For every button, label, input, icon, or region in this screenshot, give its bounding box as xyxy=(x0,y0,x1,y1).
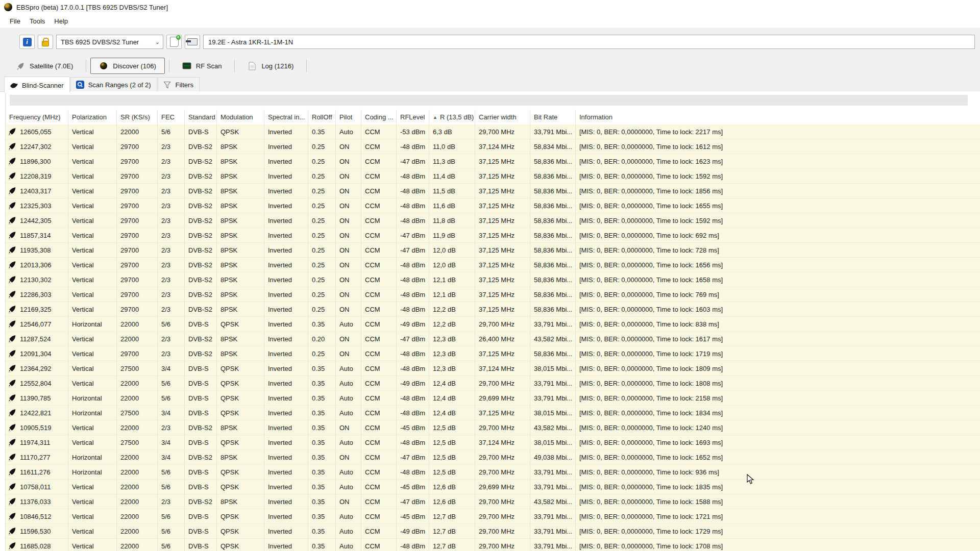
table-row[interactable]: 12130,302Vertical297002/3DVB-S28PSKInver… xyxy=(6,272,980,287)
column-header-coding[interactable]: Coding ... xyxy=(361,110,397,124)
cell-value: 8PSK xyxy=(220,498,237,506)
table-row[interactable]: 11596,530Vertical220005/6DVB-SQPSKInvert… xyxy=(6,524,980,539)
cell-value: 12,5 dB xyxy=(433,439,456,446)
cell-standard: DVB-S2 xyxy=(185,272,217,287)
cell-value: [MIS: 0, BER: 0,0000000, Time to lock: 1… xyxy=(579,335,723,343)
table-row[interactable]: 11857,314Vertical297002/3DVB-S28PSKInver… xyxy=(6,228,980,243)
column-header-r-13-5-db[interactable]: ▲R (13,5 dB) xyxy=(429,110,475,124)
column-header-modulation[interactable]: Modulation xyxy=(217,110,264,124)
tab-log-1216[interactable]: Log (1216) xyxy=(239,58,302,74)
tab-satellite-7-0e[interactable]: Satellite (7.0E) xyxy=(7,58,82,74)
cell-sr-ks-s: 29700 xyxy=(117,198,158,213)
column-header-spectral-in[interactable]: Spectral in... xyxy=(264,110,308,124)
info-button[interactable]: i xyxy=(19,35,35,49)
subtab-scan-ranges-2-of-2[interactable]: Scan Ranges (2 of 2) xyxy=(70,77,157,92)
cell-value: 0.25 xyxy=(312,291,325,298)
column-header-information[interactable]: Information xyxy=(576,110,980,124)
column-header-polarization[interactable]: Polarization xyxy=(68,110,117,124)
table-row[interactable]: 11611,276Horizontal220005/6DVB-SQPSKInve… xyxy=(6,465,980,480)
table-row[interactable]: 11170,277Horizontal220003/4DVB-S28PSKInv… xyxy=(6,450,980,465)
cell-fec: 2/3 xyxy=(158,243,185,257)
cell-value: Inverted xyxy=(268,483,292,491)
cell-pilot: ON xyxy=(336,302,361,316)
table-row[interactable]: 12247,302Vertical297002/3DVB-S28PSKInver… xyxy=(6,139,980,154)
table-row[interactable]: 11935,308Vertical297002/3DVB-S28PSKInver… xyxy=(6,243,980,258)
table-row[interactable]: 12325,303Vertical297002/3DVB-S28PSKInver… xyxy=(6,198,980,213)
table-row[interactable]: 12364,292Vertical275003/4DVB-SQPSKInvert… xyxy=(6,361,980,376)
satellite-row-icon xyxy=(8,423,16,432)
column-header-sr-ks-s[interactable]: SR (KS/s) xyxy=(117,110,158,124)
lock-button[interactable] xyxy=(38,35,53,49)
cell-value: -47 dBm xyxy=(400,232,425,239)
table-row[interactable]: 11896,300Vertical297002/3DVB-S28PSKInver… xyxy=(6,154,980,169)
cell-information: [MIS: 0, BER: 0,0000000, Time to lock: 1… xyxy=(576,539,980,551)
export-button[interactable] xyxy=(185,35,200,49)
table-row[interactable]: 12442,305Vertical297002/3DVB-S28PSKInver… xyxy=(6,213,980,228)
cell-value: Inverted xyxy=(268,335,292,343)
cell-polarization: Horizontal xyxy=(68,465,117,479)
column-header-standard[interactable]: Standard xyxy=(185,110,217,124)
table-row[interactable]: 12091,304Vertical297002/3DVB-S28PSKInver… xyxy=(6,346,980,361)
cell-value: [MIS: 0, BER: 0,0000000, Time to lock: 1… xyxy=(579,528,723,535)
column-header-carrier-width[interactable]: Carrier width xyxy=(475,110,530,124)
export-icon xyxy=(187,38,198,45)
column-header-rflevel[interactable]: RFLevel xyxy=(397,110,429,124)
menu-file[interactable]: File xyxy=(5,15,25,27)
column-header-frequency-mhz[interactable]: Frequency (MHz) xyxy=(6,110,68,124)
satellite-row-icon xyxy=(8,128,16,136)
table-row[interactable]: 11376,033Vertical220002/3DVB-S28PSKInver… xyxy=(6,494,980,509)
cell-rflevel: -48 dBm xyxy=(397,287,429,302)
table-row[interactable]: 12552,804Vertical220005/6DVB-SQPSKInvert… xyxy=(6,376,980,391)
cell-sr-ks-s: 29700 xyxy=(117,346,158,361)
table-row[interactable]: 10905,519Vertical220002/3DVB-S28PSKInver… xyxy=(6,420,980,435)
column-header-bit-rate[interactable]: Bit Rate xyxy=(530,110,576,124)
table-row[interactable]: 12013,306Vertical297002/3DVB-S28PSKInver… xyxy=(6,258,980,272)
table-row[interactable]: 11287,524Vertical220002/3DVB-S28PSKInver… xyxy=(6,332,980,346)
subtab-filters[interactable]: Filters xyxy=(158,77,200,92)
table-row[interactable]: 10758,011Vertical220005/6DVB-SQPSKInvert… xyxy=(6,480,980,494)
add-button[interactable]: + xyxy=(166,35,182,49)
table-row[interactable]: 10846,512Vertical220005/6DVB-SQPSKInvert… xyxy=(6,509,980,524)
cell-value: -49 dBm xyxy=(400,380,425,387)
menu-tools[interactable]: Tools xyxy=(25,15,50,27)
table-row[interactable]: 11685,028Vertical220005/6DVB-SQPSKInvert… xyxy=(6,539,980,551)
table-row[interactable]: 12169,325Vertical297002/3DVB-S28PSKInver… xyxy=(6,302,980,317)
cell-bit-rate: 33,791 Mbi... xyxy=(530,509,576,523)
tuner-select[interactable]: TBS 6925 DVBS/S2 Tuner ⌄ xyxy=(56,35,163,49)
cell-value: CCM xyxy=(365,306,380,313)
column-header-pilot[interactable]: Pilot xyxy=(336,110,361,124)
table-row[interactable]: 11974,311Vertical275003/4DVB-SQPSKInvert… xyxy=(6,435,980,450)
column-header-rolloff[interactable]: RollOff xyxy=(308,110,336,124)
table-row[interactable]: 11390,785Horizontal220005/6DVB-SQPSKInve… xyxy=(6,391,980,406)
subtab-blind-scanner[interactable]: Blind-Scanner xyxy=(4,77,70,92)
column-header-fec[interactable]: FEC xyxy=(158,110,185,124)
cell-spectral-in: Inverted xyxy=(264,406,308,420)
table-row[interactable]: 12403,317Vertical297002/3DVB-S28PSKInver… xyxy=(6,184,980,198)
cell-fec: 5/6 xyxy=(158,317,185,331)
cell-fec: 2/3 xyxy=(158,184,185,198)
table-row[interactable]: 12605,055Vertical220005/6DVB-SQPSKInvert… xyxy=(6,124,980,139)
cell-r-13-5-db: 12,4 dB xyxy=(429,376,475,390)
table-row[interactable]: 12546,077Horizontal220005/6DVB-SQPSKInve… xyxy=(6,317,980,332)
satellite-row-icon xyxy=(8,349,16,358)
tab-discover-106[interactable]: Discover (106) xyxy=(90,58,165,74)
cell-standard: DVB-S xyxy=(185,524,217,538)
cell-bit-rate: 33,791 Mbi... xyxy=(530,524,576,538)
cell-value: 29,699 MHz xyxy=(479,394,514,402)
table-row[interactable]: 12208,319Vertical297002/3DVB-S28PSKInver… xyxy=(6,169,980,184)
table-row[interactable]: 12422,821Horizontal275003/4DVB-SQPSKInve… xyxy=(6,406,980,420)
cell-value: 38,015 Mbi... xyxy=(534,409,572,417)
cell-carrier-width: 29,700 MHz xyxy=(475,124,530,139)
satellite-row-icon xyxy=(8,379,16,388)
menu-help[interactable]: Help xyxy=(50,15,72,27)
satellite-field[interactable]: 19.2E - Astra 1KR-1L-1M-1N xyxy=(203,35,975,49)
cell-value: 26,400 MHz xyxy=(479,335,514,343)
cell-value: 29700 xyxy=(120,172,139,180)
table-row[interactable]: 12286,303Vertical297002/3DVB-S28PSKInver… xyxy=(6,287,980,302)
cell-sr-ks-s: 29700 xyxy=(117,213,158,228)
cell-rolloff: 0.25 xyxy=(308,198,336,213)
cell-standard: DVB-S2 xyxy=(185,154,217,168)
cell-rolloff: 0.25 xyxy=(308,139,336,154)
tab-rf-scan[interactable]: RF Scan xyxy=(174,58,231,74)
cell-coding: CCM xyxy=(361,465,397,479)
